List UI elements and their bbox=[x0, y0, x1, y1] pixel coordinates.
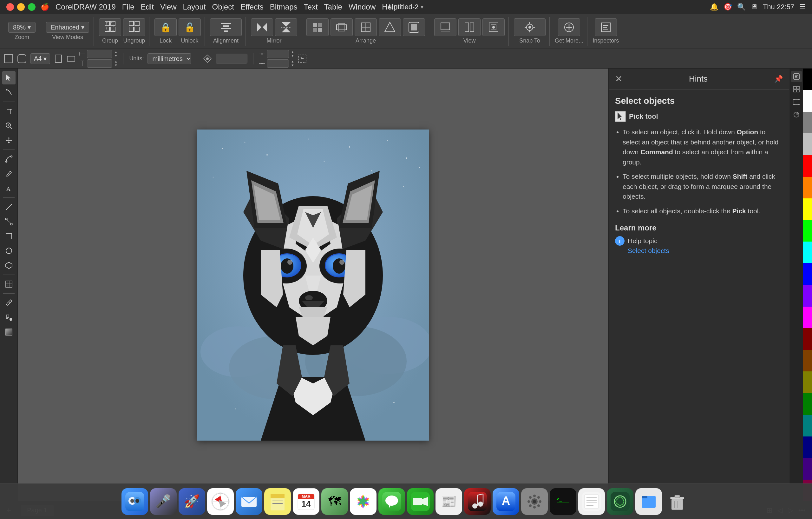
line-tool[interactable] bbox=[2, 200, 16, 214]
menu-layout[interactable]: Layout bbox=[183, 3, 206, 11]
mirror-v-button[interactable] bbox=[275, 19, 297, 36]
mesh-fill-tool[interactable] bbox=[2, 277, 16, 291]
menu-effects[interactable]: Effects bbox=[240, 3, 264, 11]
eyedropper-tool[interactable] bbox=[2, 296, 16, 309]
connector-tool[interactable] bbox=[2, 215, 16, 228]
palette-color-804000[interactable] bbox=[803, 350, 812, 372]
palette-color-0000ff[interactable] bbox=[803, 263, 812, 285]
select-tool[interactable] bbox=[2, 71, 16, 84]
selection-mode-icon[interactable] bbox=[298, 54, 307, 63]
freehand-tool[interactable] bbox=[2, 86, 16, 99]
menu-window[interactable]: Window bbox=[349, 3, 376, 11]
target-icon[interactable]: 🎯 bbox=[724, 3, 732, 11]
snap-to-button[interactable] bbox=[514, 19, 546, 36]
panel-icon-grid[interactable] bbox=[791, 84, 802, 94]
view-btn-3[interactable] bbox=[483, 19, 505, 36]
palette-color-808000[interactable] bbox=[803, 372, 812, 393]
view-modes-control[interactable]: Enhanced ▾ bbox=[46, 22, 89, 33]
menu-text[interactable]: Text bbox=[304, 3, 318, 11]
page-orient-landscape-icon[interactable] bbox=[67, 54, 76, 63]
get-more-button[interactable] bbox=[558, 19, 580, 36]
palette-color-808080[interactable] bbox=[803, 112, 812, 133]
view-modes-dropdown-icon[interactable]: ▾ bbox=[81, 24, 84, 31]
view-btn-2[interactable] bbox=[458, 19, 481, 36]
dock-facetime[interactable] bbox=[407, 488, 434, 515]
hints-pin-icon[interactable]: 📌 bbox=[774, 75, 783, 83]
palette-color-00ff00[interactable] bbox=[803, 220, 812, 242]
arrange-btn-2[interactable] bbox=[330, 19, 353, 36]
dock-finder[interactable] bbox=[121, 488, 148, 515]
palette-color-400080[interactable] bbox=[803, 458, 812, 480]
palette-color-ffffff[interactable] bbox=[803, 90, 812, 112]
unlock-button[interactable]: 🔓 bbox=[179, 19, 201, 36]
dock-music[interactable] bbox=[464, 488, 491, 515]
search-icon[interactable]: 🔍 bbox=[737, 3, 746, 11]
y-spinner[interactable]: ▲▼ bbox=[291, 60, 294, 67]
dock-coreldraw-app[interactable] bbox=[607, 488, 633, 515]
y-value-input[interactable]: 5.0 bbox=[267, 59, 289, 67]
dock-maps[interactable]: 🗺 bbox=[321, 488, 348, 515]
palette-color-ffff00[interactable] bbox=[803, 198, 812, 220]
notification-icon[interactable]: 🔔 bbox=[710, 3, 719, 11]
polygon-tool[interactable] bbox=[2, 259, 16, 272]
panel-icon-color[interactable] bbox=[791, 109, 802, 120]
arrange-btn-4[interactable] bbox=[379, 19, 401, 36]
dock-terminal[interactable]: >_ bbox=[550, 488, 576, 515]
pan-tool[interactable] bbox=[2, 134, 16, 147]
zoom-dropdown-icon[interactable]: ▾ bbox=[28, 24, 31, 31]
title-dropdown[interactable]: ▾ bbox=[420, 3, 424, 10]
ungroup-button[interactable] bbox=[123, 19, 145, 36]
display-icon[interactable]: 🖥 bbox=[751, 3, 758, 11]
zoom-tool[interactable] bbox=[2, 119, 16, 132]
menu-view[interactable]: View bbox=[160, 3, 177, 11]
menu-table[interactable]: Table bbox=[324, 3, 342, 11]
palette-color-000000[interactable] bbox=[803, 69, 812, 90]
select-objects-link[interactable]: Select objects bbox=[628, 247, 783, 254]
alignment-button[interactable] bbox=[210, 19, 242, 36]
palette-color-00ffff[interactable] bbox=[803, 242, 812, 263]
dock-messages[interactable] bbox=[378, 488, 405, 515]
page-width-input[interactable]: 210.0 bbox=[87, 50, 112, 58]
menu-extra[interactable]: ☰ bbox=[799, 3, 806, 11]
text-tool[interactable]: A bbox=[2, 182, 16, 195]
panel-icon-transform[interactable] bbox=[791, 97, 802, 107]
palette-color-8000ff[interactable] bbox=[803, 285, 812, 307]
palette-color-008080[interactable] bbox=[803, 415, 812, 436]
minimize-button[interactable] bbox=[17, 3, 25, 11]
units-select[interactable]: millimetres inches pixels bbox=[147, 53, 191, 64]
palette-color-800000[interactable] bbox=[803, 328, 812, 350]
menu-edit[interactable]: Edit bbox=[141, 3, 154, 11]
dock-trash[interactable] bbox=[664, 488, 691, 515]
canvas-area[interactable] bbox=[18, 69, 608, 501]
dock-appstore[interactable]: A bbox=[493, 488, 519, 515]
palette-color-ff8000[interactable] bbox=[803, 177, 812, 198]
dock-photos[interactable] bbox=[350, 488, 377, 515]
rect-tool[interactable] bbox=[2, 229, 16, 243]
crop-tool[interactable] bbox=[2, 104, 16, 118]
pen-tool[interactable] bbox=[2, 167, 16, 180]
paint-bucket-tool[interactable] bbox=[2, 311, 16, 324]
page-size-dropdown[interactable]: A4 ▾ bbox=[30, 53, 50, 64]
dock-news[interactable]: 📰 bbox=[435, 488, 462, 515]
dock-siri[interactable]: 🎤 bbox=[150, 488, 177, 515]
palette-color-ff00ff[interactable] bbox=[803, 307, 812, 328]
menu-file[interactable]: File bbox=[122, 3, 135, 11]
menu-bitmaps[interactable]: Bitmaps bbox=[270, 3, 297, 11]
arrange-btn-3[interactable] bbox=[355, 19, 377, 36]
palette-color-000080[interactable] bbox=[803, 436, 812, 458]
height-spinner[interactable]: ▲▼ bbox=[114, 60, 117, 67]
palette-color-ff0000[interactable] bbox=[803, 155, 812, 177]
dock-mail[interactable] bbox=[236, 488, 262, 515]
arrange-btn-5[interactable] bbox=[403, 19, 425, 36]
group-button[interactable] bbox=[99, 19, 121, 36]
x-spinner[interactable]: ▲▼ bbox=[291, 50, 294, 57]
dock-textedit[interactable] bbox=[578, 488, 605, 515]
palette-color-c0c0c0[interactable] bbox=[803, 133, 812, 155]
interactive-fill-tool[interactable] bbox=[2, 325, 16, 339]
page-height-input[interactable]: 297.0 bbox=[87, 59, 112, 67]
palette-color-008000[interactable] bbox=[803, 393, 812, 415]
width-spinner[interactable]: ▲▼ bbox=[114, 50, 117, 57]
lock-button[interactable]: 🔒 bbox=[154, 19, 177, 36]
mirror-h-button[interactable] bbox=[251, 19, 273, 36]
dock-safari[interactable] bbox=[207, 488, 234, 515]
